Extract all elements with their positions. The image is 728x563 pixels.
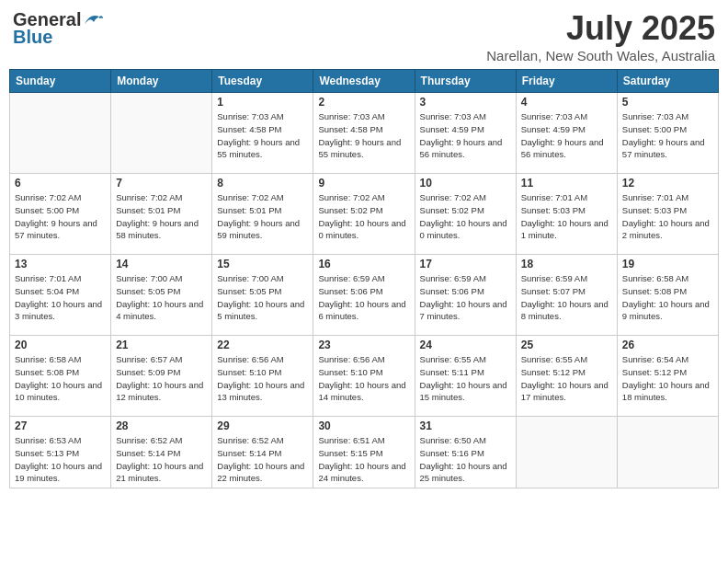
day-info: Sunrise: 7:03 AM Sunset: 5:00 PM Dayligh… [622, 110, 713, 161]
day-number: 2 [318, 96, 409, 109]
table-row: 14Sunrise: 7:00 AM Sunset: 5:05 PM Dayli… [111, 255, 212, 336]
day-info: Sunrise: 6:57 AM Sunset: 5:09 PM Dayligh… [116, 353, 207, 404]
day-number: 11 [521, 177, 612, 190]
day-number: 23 [318, 339, 409, 351]
table-row: 24Sunrise: 6:55 AM Sunset: 5:11 PM Dayli… [415, 336, 516, 417]
day-number: 1 [217, 96, 308, 109]
day-number: 8 [217, 177, 308, 190]
table-row: 17Sunrise: 6:59 AM Sunset: 5:06 PM Dayli… [415, 255, 516, 336]
table-row: 29Sunrise: 6:52 AM Sunset: 5:14 PM Dayli… [212, 417, 313, 488]
day-info: Sunrise: 6:53 AM Sunset: 5:13 PM Dayligh… [15, 434, 106, 485]
day-info: Sunrise: 7:02 AM Sunset: 5:02 PM Dayligh… [420, 191, 511, 242]
month-year-title: July 2025 [486, 9, 715, 48]
table-row: 19Sunrise: 6:58 AM Sunset: 5:08 PM Dayli… [617, 255, 718, 336]
table-row [10, 93, 111, 174]
page-header: General Blue July 2025 Narellan, New Sou… [9, 9, 719, 63]
table-row: 2Sunrise: 7:03 AM Sunset: 4:58 PM Daylig… [313, 93, 415, 174]
table-row: 15Sunrise: 7:00 AM Sunset: 5:05 PM Dayli… [212, 255, 313, 336]
table-row: 5Sunrise: 7:03 AM Sunset: 5:00 PM Daylig… [617, 93, 718, 174]
day-info: Sunrise: 6:56 AM Sunset: 5:10 PM Dayligh… [217, 353, 308, 404]
logo: General Blue [13, 9, 103, 48]
day-number: 18 [521, 258, 612, 270]
day-number: 26 [622, 339, 713, 351]
col-tuesday: Tuesday [212, 70, 313, 93]
day-number: 16 [318, 258, 409, 270]
day-info: Sunrise: 6:55 AM Sunset: 5:12 PM Dayligh… [521, 353, 612, 404]
day-number: 17 [420, 258, 511, 270]
day-number: 9 [318, 177, 409, 190]
day-number: 14 [116, 258, 207, 270]
col-monday: Monday [111, 70, 212, 93]
day-info: Sunrise: 7:02 AM Sunset: 5:02 PM Dayligh… [318, 191, 409, 242]
day-number: 15 [217, 258, 308, 270]
day-info: Sunrise: 6:55 AM Sunset: 5:11 PM Dayligh… [420, 353, 511, 404]
table-row [111, 93, 212, 174]
day-info: Sunrise: 6:58 AM Sunset: 5:08 PM Dayligh… [15, 353, 106, 404]
day-info: Sunrise: 7:02 AM Sunset: 5:01 PM Dayligh… [116, 191, 207, 242]
day-info: Sunrise: 6:59 AM Sunset: 5:06 PM Dayligh… [420, 272, 511, 323]
calendar-table: Sunday Monday Tuesday Wednesday Thursday… [9, 69, 719, 488]
table-row: 6Sunrise: 7:02 AM Sunset: 5:00 PM Daylig… [10, 174, 111, 255]
table-row: 4Sunrise: 7:03 AM Sunset: 4:59 PM Daylig… [516, 93, 617, 174]
day-info: Sunrise: 7:00 AM Sunset: 5:05 PM Dayligh… [217, 272, 308, 323]
day-info: Sunrise: 6:50 AM Sunset: 5:16 PM Dayligh… [420, 434, 511, 485]
table-row: 12Sunrise: 7:01 AM Sunset: 5:03 PM Dayli… [617, 174, 718, 255]
table-row: 7Sunrise: 7:02 AM Sunset: 5:01 PM Daylig… [111, 174, 212, 255]
day-number: 30 [318, 419, 409, 432]
day-info: Sunrise: 6:59 AM Sunset: 5:06 PM Dayligh… [318, 272, 409, 323]
day-info: Sunrise: 6:56 AM Sunset: 5:10 PM Dayligh… [318, 353, 409, 404]
day-number: 28 [116, 419, 207, 432]
day-info: Sunrise: 7:00 AM Sunset: 5:05 PM Dayligh… [116, 272, 207, 323]
col-saturday: Saturday [617, 70, 718, 93]
table-row: 9Sunrise: 7:02 AM Sunset: 5:02 PM Daylig… [313, 174, 415, 255]
logo-blue: Blue [13, 27, 52, 47]
day-info: Sunrise: 7:03 AM Sunset: 4:58 PM Dayligh… [318, 110, 409, 161]
col-sunday: Sunday [10, 70, 111, 93]
table-row: 8Sunrise: 7:02 AM Sunset: 5:01 PM Daylig… [212, 174, 313, 255]
day-info: Sunrise: 6:58 AM Sunset: 5:08 PM Dayligh… [622, 272, 713, 323]
day-info: Sunrise: 7:03 AM Sunset: 4:58 PM Dayligh… [217, 110, 308, 161]
table-row: 18Sunrise: 6:59 AM Sunset: 5:07 PM Dayli… [516, 255, 617, 336]
day-number: 6 [15, 177, 106, 190]
table-row: 16Sunrise: 6:59 AM Sunset: 5:06 PM Dayli… [313, 255, 415, 336]
day-info: Sunrise: 6:51 AM Sunset: 5:15 PM Dayligh… [318, 434, 409, 485]
table-row: 3Sunrise: 7:03 AM Sunset: 4:59 PM Daylig… [415, 93, 516, 174]
day-number: 21 [116, 339, 207, 351]
table-row: 11Sunrise: 7:01 AM Sunset: 5:03 PM Dayli… [516, 174, 617, 255]
table-row: 1Sunrise: 7:03 AM Sunset: 4:58 PM Daylig… [212, 93, 313, 174]
day-info: Sunrise: 7:02 AM Sunset: 5:00 PM Dayligh… [15, 191, 106, 242]
col-wednesday: Wednesday [313, 70, 415, 93]
day-info: Sunrise: 7:03 AM Sunset: 4:59 PM Dayligh… [521, 110, 612, 161]
day-info: Sunrise: 7:01 AM Sunset: 5:03 PM Dayligh… [521, 191, 612, 242]
table-row: 31Sunrise: 6:50 AM Sunset: 5:16 PM Dayli… [415, 417, 516, 488]
day-number: 3 [420, 96, 511, 109]
day-number: 31 [420, 419, 511, 432]
table-row: 30Sunrise: 6:51 AM Sunset: 5:15 PM Dayli… [313, 417, 415, 488]
day-number: 19 [622, 258, 713, 270]
day-number: 25 [521, 339, 612, 351]
day-number: 20 [15, 339, 106, 351]
table-row: 26Sunrise: 6:54 AM Sunset: 5:12 PM Dayli… [617, 336, 718, 417]
day-info: Sunrise: 6:52 AM Sunset: 5:14 PM Dayligh… [217, 434, 308, 485]
day-info: Sunrise: 6:52 AM Sunset: 5:14 PM Dayligh… [116, 434, 207, 485]
day-number: 13 [15, 258, 106, 270]
location-subtitle: Narellan, New South Wales, Australia [486, 48, 715, 63]
table-row: 22Sunrise: 6:56 AM Sunset: 5:10 PM Dayli… [212, 336, 313, 417]
table-row [617, 417, 718, 488]
table-row: 23Sunrise: 6:56 AM Sunset: 5:10 PM Dayli… [313, 336, 415, 417]
table-row: 20Sunrise: 6:58 AM Sunset: 5:08 PM Dayli… [10, 336, 111, 417]
day-number: 29 [217, 419, 308, 432]
day-number: 10 [420, 177, 511, 190]
table-row: 25Sunrise: 6:55 AM Sunset: 5:12 PM Dayli… [516, 336, 617, 417]
logo-bird-icon [83, 11, 103, 28]
day-number: 12 [622, 177, 713, 190]
col-friday: Friday [516, 70, 617, 93]
day-info: Sunrise: 7:02 AM Sunset: 5:01 PM Dayligh… [217, 191, 308, 242]
day-number: 7 [116, 177, 207, 190]
day-info: Sunrise: 6:54 AM Sunset: 5:12 PM Dayligh… [622, 353, 713, 404]
table-row: 27Sunrise: 6:53 AM Sunset: 5:13 PM Dayli… [10, 417, 111, 488]
calendar-header-row: Sunday Monday Tuesday Wednesday Thursday… [10, 70, 719, 93]
table-row: 21Sunrise: 6:57 AM Sunset: 5:09 PM Dayli… [111, 336, 212, 417]
day-number: 27 [15, 419, 106, 432]
table-row: 10Sunrise: 7:02 AM Sunset: 5:02 PM Dayli… [415, 174, 516, 255]
